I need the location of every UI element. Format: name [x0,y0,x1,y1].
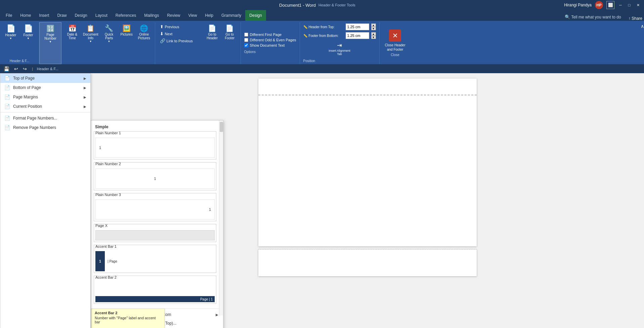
previous-label: Previous [165,25,179,29]
ribbon-collapse[interactable]: ∧ [641,22,644,64]
header-icon: 📄 [6,24,15,33]
menu-bottom-of-page[interactable]: 📄 Bottom of Page ▶ [0,83,90,92]
separator: | [32,67,33,71]
avatar: HP [595,1,603,9]
menu-format-page-numbers[interactable]: 📄 Format Page Numbers... [0,113,90,123]
header-button[interactable]: 📄 Header ▼ [3,24,19,41]
gallery-item-plain2[interactable]: Plain Number 2 1 [94,162,216,190]
goto-header-button[interactable]: 📄 Go toHeader [204,24,220,44]
menu-top-of-page[interactable]: 📄 Top of Page ▶ [0,74,90,83]
document-page [258,79,477,246]
pagex-preview [95,230,215,240]
show-document-text-check[interactable]: Show Document Text [244,43,296,47]
gallery-item-plain1[interactable]: Plain Number 1 1 [94,131,216,159]
alignment-tab-icon: ⇥ [337,42,342,49]
accent1-text: | Page [108,260,117,263]
menu-page-margins[interactable]: 📄 Page Margins ▶ [0,92,90,102]
tab-review[interactable]: Review [163,10,184,21]
header-spin-down[interactable]: ▼ [371,27,376,30]
restore-button[interactable]: ⬜ [606,1,614,9]
goto-footer-button[interactable]: 📄 Go toFooter [222,24,238,44]
page-margins-label: Page Margins [13,95,81,99]
goto-footer-label: Go toFooter [225,33,234,40]
tab-view[interactable]: View [184,10,201,21]
header-footer-buttons: 📄 Header ▼ 📄 Footer ▼ [3,24,36,41]
tab-mailings[interactable]: Mailings [140,10,163,21]
title-bar-right: Hirangi Pandya HP ⬜ ─ □ ✕ [564,1,641,9]
footer-spin-up[interactable]: ▲ [371,32,376,36]
tab-references[interactable]: References [112,10,140,21]
different-odd-even-check[interactable]: Different Odd & Even Pages [244,38,296,42]
gallery-item-accent1[interactable]: Accent Bar 1 1 | Page [94,245,216,273]
gallery-item-accent2[interactable]: Accent Bar 2 Page | 1 [94,276,216,304]
page-number-arrow: ▼ [49,40,52,43]
date-time-button[interactable]: 📅 Date &Time [64,24,80,41]
tab-layout[interactable]: Layout [91,10,112,21]
menu-remove-page-numbers[interactable]: 📄 Remove Page Numbers [0,123,90,132]
menu-current-position[interactable]: 📄 Current Position ▶ [0,102,90,111]
pictures-button[interactable]: 🖼️ Pictures [119,24,135,37]
more-arrow: ▶ [216,313,218,317]
quick-parts-icon: 🔧 [105,24,113,32]
insert-alignment-tab-button[interactable]: ⇥ Insert AlignmentTab [303,41,376,56]
format-page-numbers-icon: 📄 [4,115,10,121]
plain3-preview: 1 [95,199,215,220]
footer-icon: 📄 [24,24,33,33]
footer-spinners: ▲ ▼ [371,32,376,39]
link-to-previous-button[interactable]: 🔗 Link to Previous [158,38,202,44]
different-first-page-check[interactable]: Different First Page [244,33,296,37]
document-info-button[interactable]: 📋 DocumentInfo ▼ [82,24,100,44]
footer-label: Footer [24,33,33,37]
minimize-button[interactable]: ─ [618,2,623,8]
tab-design[interactable]: Design [71,10,91,21]
pagex-label: Page X [94,224,216,229]
maximize-button[interactable]: □ [627,2,632,8]
previous-button[interactable]: ⬆ Previous [158,24,202,30]
save-quick-btn[interactable]: 💾 [3,66,10,72]
page-number-button[interactable]: 🔢 PageNumber ▼ [42,24,58,44]
search-placeholder[interactable]: Tell me what you want to do [571,15,621,19]
ribbon-group-navigation: ⬆ Previous ⬇ Next 🔗 Link to Previous 📄 G… [155,22,241,64]
goto-header-label: Go toHeader [207,33,218,40]
quick-parts-button[interactable]: 🔧 QuickParts ▼ [101,24,117,44]
close-header-footer-button[interactable]: ✕ Close Headerand Footer Close [380,22,411,64]
online-pictures-icon: 🌐 [140,24,148,32]
different-first-page-checkbox[interactable] [244,33,248,37]
close-button[interactable]: ✕ [635,2,641,8]
footer-from-bottom-input[interactable] [346,32,369,39]
remove-page-numbers-icon: 📄 [4,125,10,130]
insert-buttons: 📅 Date &Time 📋 DocumentInfo ▼ 🔧 QuickPar… [64,24,152,44]
redo-quick-btn[interactable]: ↪ [22,66,28,72]
gallery-item-pagex[interactable]: Page X [94,224,216,242]
accent1-bar: 1 [95,251,105,271]
tab-file[interactable]: File [2,10,16,21]
tab-design-hf[interactable]: Design [245,10,266,21]
next-button[interactable]: ⬇ Next [158,31,202,37]
show-document-text-checkbox[interactable] [244,43,248,47]
header-spin-up[interactable]: ▲ [371,24,376,27]
top-of-page-icon: 📄 [4,76,10,81]
share-button[interactable]: ↑ Share [629,16,642,21]
plain1-number: 1 [99,146,101,150]
footer-spin-down[interactable]: ▼ [371,36,376,39]
page-number-label: PageNumber [44,33,56,40]
tab-home[interactable]: Home [16,10,35,21]
tab-grammarly[interactable]: Grammarly [217,10,245,21]
online-pictures-button[interactable]: 🌐 OnlinePictures [136,24,152,41]
footer-button[interactable]: 📄 Footer ▼ [20,24,36,41]
tab-draw[interactable]: Draw [53,10,71,21]
close-hf-icon: ✕ [389,30,401,42]
gallery-item-plain3[interactable]: Plain Number 3 1 [94,193,216,221]
different-odd-even-checkbox[interactable] [244,38,248,42]
undo-quick-btn[interactable]: ↩ [13,66,19,72]
tab-insert[interactable]: Insert [35,10,53,21]
plain2-preview: 1 [95,169,215,189]
pictures-icon: 🖼️ [122,24,131,32]
document-header[interactable] [258,79,477,95]
accent1-label: Accent Bar 1 [94,244,216,250]
header-from-top-input[interactable] [346,24,369,30]
main-content: 📄 Top of Page ▶ 📄 Bottom of Page ▶ 📄 Pag… [0,73,644,328]
tab-help[interactable]: Help [201,10,217,21]
gallery-scroll-area[interactable]: Simple Plain Number 1 1 Plain Number 2 1… [91,121,223,309]
gallery-scrollbar[interactable] [219,121,223,316]
